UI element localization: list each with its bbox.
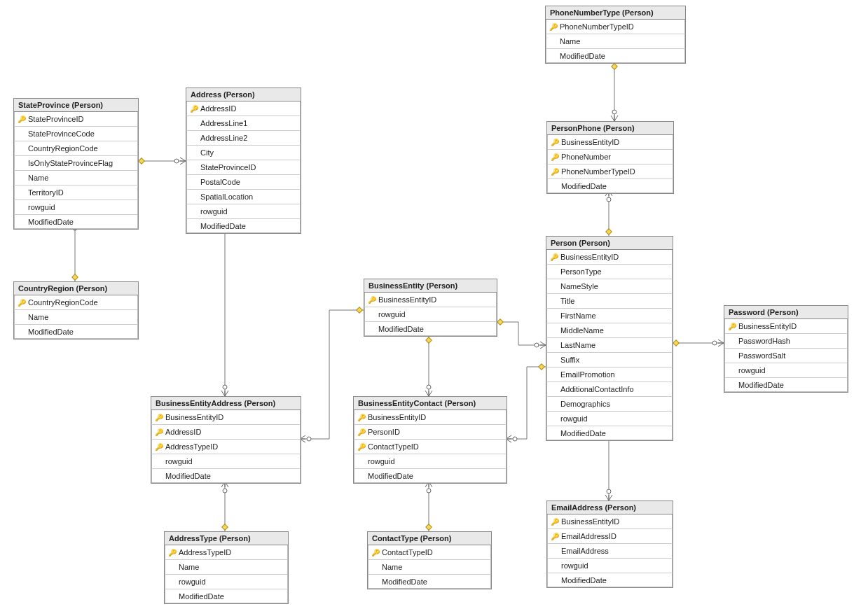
table-column: Name xyxy=(14,171,138,186)
column-name: rowguid xyxy=(366,457,395,465)
table-column: Name xyxy=(368,560,491,575)
column-name: BusinessEntityID xyxy=(366,413,426,421)
table-column: 🔑PersonID xyxy=(354,425,507,440)
table-column: NameStyle xyxy=(546,279,673,294)
svg-point-3 xyxy=(174,159,179,163)
table-countryRegion[interactable]: CountryRegion (Person)🔑CountryRegionCode… xyxy=(13,281,139,340)
table-column: PostalCode xyxy=(186,175,301,190)
table-header: AddressType (Person) xyxy=(165,532,288,545)
table-emailAddress[interactable]: EmailAddress (Person)🔑BusinessEntityID🔑E… xyxy=(546,500,673,588)
column-name: BusinessEntityID xyxy=(737,322,797,330)
column-name: Name xyxy=(177,563,199,571)
svg-line-61 xyxy=(605,495,609,500)
svg-line-45 xyxy=(614,115,618,121)
table-column: AddressLine2 xyxy=(186,131,301,146)
column-name: ContactTypeID xyxy=(366,442,419,451)
svg-point-53 xyxy=(607,197,611,202)
svg-rect-29 xyxy=(426,337,432,343)
table-column: 🔑CountryRegionCode xyxy=(14,295,138,310)
table-column: StateProvinceID xyxy=(186,160,301,175)
table-column: ModifiedDate xyxy=(364,322,497,336)
table-password[interactable]: Password (Person)🔑BusinessEntityIDPasswo… xyxy=(724,305,848,393)
table-column: rowguid xyxy=(14,200,138,215)
table-header: Password (Person) xyxy=(724,306,848,319)
table-column: SpatialLocation xyxy=(186,190,301,204)
column-name: BusinessEntityID xyxy=(164,413,223,421)
key-icon: 🔑 xyxy=(189,105,199,113)
column-name: StateProvinceCode xyxy=(27,130,95,138)
svg-rect-44 xyxy=(497,319,503,325)
column-name: CountryRegionCode xyxy=(27,144,98,153)
svg-rect-19 xyxy=(222,524,228,530)
table-column: Name xyxy=(546,34,685,49)
key-icon: 🔑 xyxy=(17,115,27,123)
table-person[interactable]: Person (Person)🔑BusinessEntityIDPersonTy… xyxy=(546,236,673,441)
svg-point-18 xyxy=(223,489,227,493)
table-column: CountryRegionCode xyxy=(14,141,138,156)
column-name: rowguid xyxy=(559,414,588,423)
table-column: EmailAddress xyxy=(547,544,673,559)
svg-rect-24 xyxy=(357,307,362,313)
svg-rect-9 xyxy=(72,274,78,280)
table-phoneNumberType[interactable]: PhoneNumberType (Person)🔑PhoneNumberType… xyxy=(545,6,686,64)
table-column: 🔑AddressTypeID xyxy=(165,545,288,560)
table-businessEntityAddress[interactable]: BusinessEntityAddress (Person)🔑BusinessE… xyxy=(151,396,301,484)
table-column: ModifiedDate xyxy=(151,469,301,483)
table-addressType[interactable]: AddressType (Person)🔑AddressTypeIDNamero… xyxy=(164,531,289,604)
svg-line-60 xyxy=(609,495,612,500)
column-name: ModifiedDate xyxy=(559,429,606,438)
column-name: LastName xyxy=(559,341,595,349)
table-column: 🔑BusinessEntityID xyxy=(364,293,497,307)
key-icon: 🔑 xyxy=(167,549,177,556)
column-name: ModifiedDate xyxy=(560,182,607,190)
column-name: TerritoryID xyxy=(27,188,64,197)
column-name: PhoneNumber xyxy=(560,153,611,161)
column-name: PersonType xyxy=(559,267,602,276)
table-personPhone[interactable]: PersonPhone (Person)🔑BusinessEntityID🔑Ph… xyxy=(546,121,674,194)
er-diagram-canvas: StateProvince (Person)🔑StateProvinceIDSt… xyxy=(0,0,868,616)
column-name: BusinessEntityID xyxy=(560,138,619,146)
key-icon: 🔑 xyxy=(549,253,559,261)
svg-point-23 xyxy=(307,437,311,441)
key-icon: 🔑 xyxy=(550,518,560,526)
key-icon: 🔑 xyxy=(550,153,560,161)
svg-rect-34 xyxy=(426,524,432,530)
column-name: rowguid xyxy=(27,203,55,211)
key-icon: 🔑 xyxy=(357,443,366,451)
table-column: 🔑ContactTypeID xyxy=(354,440,507,454)
table-address[interactable]: Address (Person)🔑AddressIDAddressLine1Ad… xyxy=(186,88,301,234)
column-name: PersonID xyxy=(366,428,400,436)
column-name: StateProvinceID xyxy=(199,163,256,172)
table-businessEntityContact[interactable]: BusinessEntityContact (Person)🔑BusinessE… xyxy=(353,396,507,484)
column-name: AdditionalContactInfo xyxy=(559,385,634,393)
table-contactType[interactable]: ContactType (Person)🔑ContactTypeIDNameMo… xyxy=(367,531,492,589)
svg-line-1 xyxy=(180,161,186,164)
table-header: ContactType (Person) xyxy=(368,532,491,545)
column-name: PasswordHash xyxy=(737,337,790,345)
svg-rect-4 xyxy=(139,158,144,164)
key-icon: 🔑 xyxy=(371,549,380,556)
svg-line-46 xyxy=(611,115,614,121)
table-stateProvince[interactable]: StateProvince (Person)🔑StateProvinceIDSt… xyxy=(13,98,139,230)
table-header: StateProvince (Person) xyxy=(14,99,138,112)
column-name: rowguid xyxy=(377,310,406,318)
svg-line-55 xyxy=(718,340,724,343)
svg-rect-59 xyxy=(673,340,679,346)
column-name: ModifiedDate xyxy=(177,592,224,601)
column-name: IsOnlyStateProvinceFlag xyxy=(27,159,113,167)
table-businessEntity[interactable]: BusinessEntity (Person)🔑BusinessEntityID… xyxy=(364,279,497,337)
column-name: PhoneNumberTypeID xyxy=(558,22,634,31)
svg-line-0 xyxy=(180,158,186,161)
table-column: Name xyxy=(14,310,138,325)
column-name: Name xyxy=(27,313,48,321)
column-name: ModifiedDate xyxy=(380,578,427,586)
column-name: rowguid xyxy=(177,578,206,586)
table-column: IsOnlyStateProvinceFlag xyxy=(14,156,138,171)
key-icon: 🔑 xyxy=(550,168,560,176)
key-icon: 🔑 xyxy=(154,443,164,451)
table-column: 🔑AddressTypeID xyxy=(151,440,301,454)
column-name: rowguid xyxy=(737,366,766,374)
table-column: StateProvinceCode xyxy=(14,127,138,141)
table-column: ModifiedDate xyxy=(546,426,673,440)
table-column: ModifiedDate xyxy=(186,219,301,233)
